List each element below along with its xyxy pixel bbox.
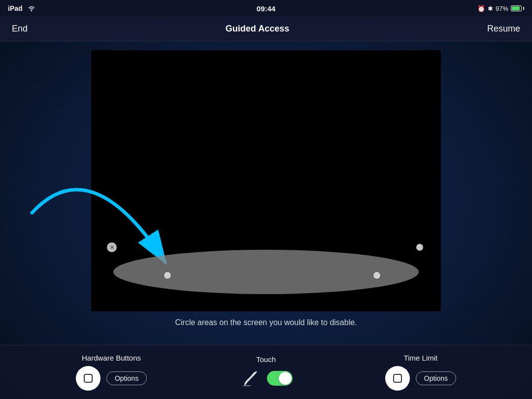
nav-bar: End Guided Access Resume: [0, 17, 532, 41]
status-right: ⏰ ✱ 97%: [477, 5, 524, 12]
time-limit-icon[interactable]: [385, 366, 410, 391]
touch-toggle[interactable]: [267, 371, 293, 386]
time-limit-section: Time Limit Options: [385, 354, 456, 391]
device-label: iPad: [8, 4, 23, 12]
toggle-knob: [279, 372, 292, 385]
status-time: 09:44: [257, 4, 275, 13]
svg-rect-4: [394, 374, 401, 382]
status-left: iPad: [8, 4, 35, 12]
ellipse-right-handle[interactable]: [416, 244, 423, 251]
instruction-text: Circle areas on the screen you would lik…: [175, 318, 357, 327]
hardware-buttons-options-button[interactable]: Options: [106, 371, 147, 385]
battery-percent: 97%: [496, 5, 508, 12]
bluetooth-icon: ✱: [488, 5, 493, 12]
hardware-buttons-icon[interactable]: [76, 366, 100, 391]
alarm-icon: ⏰: [477, 5, 485, 12]
ellipse-bottom-right-handle[interactable]: [373, 272, 380, 279]
disabled-region-ellipse[interactable]: [111, 237, 421, 297]
svg-point-1: [113, 250, 419, 294]
end-button[interactable]: End: [10, 21, 30, 37]
resume-button[interactable]: Resume: [485, 21, 522, 37]
nav-title: Guided Access: [226, 24, 289, 34]
hardware-buttons-label: Hardware Buttons: [82, 354, 141, 362]
app-preview[interactable]: ✕: [91, 50, 441, 311]
touch-icon: [239, 367, 261, 389]
touch-section: Touch: [239, 355, 293, 389]
ellipse-close-handle[interactable]: ✕: [107, 242, 117, 252]
wifi-icon: [28, 5, 35, 11]
battery-icon: [511, 5, 524, 11]
main-content: ✕ Circle areas on the screen you would l…: [0, 41, 532, 345]
status-bar: iPad 09:44 ⏰ ✱ 97%: [0, 0, 532, 17]
touch-label: Touch: [256, 355, 276, 364]
time-limit-options-button[interactable]: Options: [416, 371, 456, 385]
svg-rect-2: [84, 374, 92, 382]
time-limit-label: Time Limit: [404, 354, 438, 362]
bottom-toolbar: Hardware Buttons Options Touch: [0, 345, 532, 399]
hardware-buttons-section: Hardware Buttons Options: [76, 354, 147, 391]
ellipse-bottom-left-handle[interactable]: [164, 272, 171, 279]
